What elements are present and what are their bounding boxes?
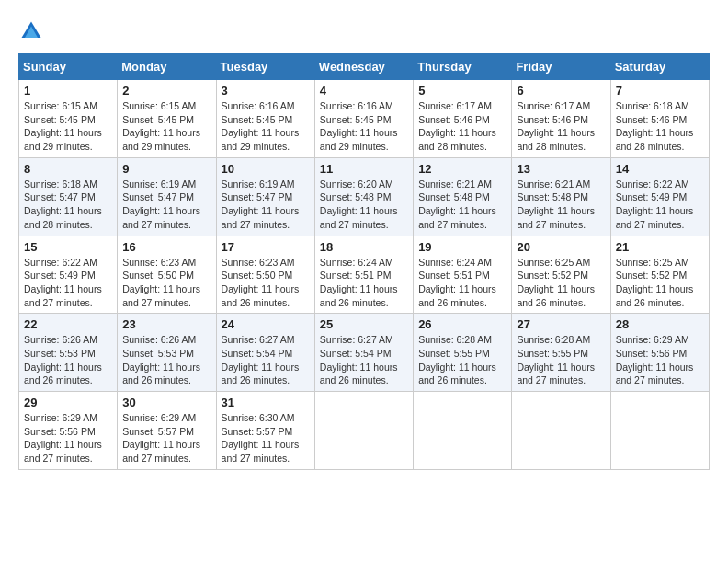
calendar-cell	[512, 392, 610, 470]
calendar-table: SundayMondayTuesdayWednesdayThursdayFrid…	[18, 53, 710, 470]
calendar-cell: 17 Sunrise: 6:23 AM Sunset: 5:50 PM Dayl…	[216, 236, 314, 314]
day-info: Sunrise: 6:26 AM Sunset: 5:53 PM Dayligh…	[24, 333, 112, 387]
calendar-cell: 19 Sunrise: 6:24 AM Sunset: 5:51 PM Dayl…	[414, 236, 512, 314]
calendar-cell: 14 Sunrise: 6:22 AM Sunset: 5:49 PM Dayl…	[610, 157, 709, 236]
calendar-cell: 20 Sunrise: 6:25 AM Sunset: 5:52 PM Dayl…	[512, 236, 610, 314]
day-info: Sunrise: 6:26 AM Sunset: 5:53 PM Dayligh…	[122, 333, 210, 387]
calendar-week-row: 8 Sunrise: 6:18 AM Sunset: 5:47 PM Dayli…	[19, 157, 710, 236]
day-number: 31	[222, 396, 310, 409]
day-info: Sunrise: 6:28 AM Sunset: 5:55 PM Dayligh…	[418, 333, 506, 387]
day-number: 24	[222, 317, 310, 331]
day-number: 29	[24, 396, 112, 409]
day-info: Sunrise: 6:15 AM Sunset: 5:45 PM Dayligh…	[122, 99, 210, 154]
calendar-cell: 16 Sunrise: 6:23 AM Sunset: 5:50 PM Dayl…	[118, 236, 216, 314]
day-number: 23	[122, 317, 210, 331]
calendar-header-row: SundayMondayTuesdayWednesdayThursdayFrid…	[19, 54, 710, 80]
day-info: Sunrise: 6:17 AM Sunset: 5:46 PM Dayligh…	[418, 99, 506, 154]
day-number: 25	[320, 317, 408, 331]
day-info: Sunrise: 6:27 AM Sunset: 5:54 PM Dayligh…	[222, 333, 310, 387]
calendar-cell	[414, 392, 512, 470]
day-number: 15	[24, 240, 112, 254]
day-number: 16	[122, 240, 210, 254]
calendar-cell	[610, 392, 709, 470]
day-info: Sunrise: 6:16 AM Sunset: 5:45 PM Dayligh…	[320, 99, 408, 154]
calendar-cell: 10 Sunrise: 6:19 AM Sunset: 5:47 PM Dayl…	[216, 157, 314, 236]
day-number: 20	[517, 240, 605, 254]
calendar-week-row: 29 Sunrise: 6:29 AM Sunset: 5:56 PM Dayl…	[19, 392, 710, 470]
calendar-cell: 30 Sunrise: 6:29 AM Sunset: 5:57 PM Dayl…	[118, 392, 216, 470]
calendar-cell: 18 Sunrise: 6:24 AM Sunset: 5:51 PM Dayl…	[314, 236, 413, 314]
day-info: Sunrise: 6:23 AM Sunset: 5:50 PM Dayligh…	[122, 256, 210, 310]
day-of-week-header: Monday	[118, 54, 216, 80]
day-number: 3	[222, 84, 310, 98]
calendar-cell: 8 Sunrise: 6:18 AM Sunset: 5:47 PM Dayli…	[19, 157, 118, 236]
day-number: 6	[517, 84, 605, 98]
day-number: 22	[24, 317, 112, 331]
day-of-week-header: Sunday	[19, 54, 118, 80]
logo	[18, 18, 48, 44]
day-info: Sunrise: 6:18 AM Sunset: 5:46 PM Dayligh…	[616, 99, 704, 154]
day-info: Sunrise: 6:21 AM Sunset: 5:48 PM Dayligh…	[517, 178, 605, 232]
calendar-week-row: 1 Sunrise: 6:15 AM Sunset: 5:45 PM Dayli…	[19, 80, 710, 158]
day-info: Sunrise: 6:15 AM Sunset: 5:45 PM Dayligh…	[24, 99, 112, 154]
day-number: 21	[616, 240, 704, 254]
day-number: 17	[222, 240, 310, 254]
day-of-week-header: Tuesday	[216, 54, 314, 80]
calendar-cell: 22 Sunrise: 6:26 AM Sunset: 5:53 PM Dayl…	[19, 314, 118, 392]
calendar-cell: 9 Sunrise: 6:19 AM Sunset: 5:47 PM Dayli…	[118, 157, 216, 236]
day-info: Sunrise: 6:29 AM Sunset: 5:57 PM Dayligh…	[122, 411, 210, 465]
day-info: Sunrise: 6:23 AM Sunset: 5:50 PM Dayligh…	[222, 256, 310, 310]
calendar-cell: 6 Sunrise: 6:17 AM Sunset: 5:46 PM Dayli…	[512, 80, 610, 158]
page-header	[18, 18, 710, 44]
day-number: 1	[24, 84, 112, 98]
day-info: Sunrise: 6:20 AM Sunset: 5:48 PM Dayligh…	[320, 178, 408, 232]
calendar-cell: 3 Sunrise: 6:16 AM Sunset: 5:45 PM Dayli…	[216, 80, 314, 158]
logo-icon	[18, 18, 44, 44]
day-number: 4	[320, 84, 408, 98]
calendar-cell: 2 Sunrise: 6:15 AM Sunset: 5:45 PM Dayli…	[118, 80, 216, 158]
calendar-cell: 23 Sunrise: 6:26 AM Sunset: 5:53 PM Dayl…	[118, 314, 216, 392]
day-of-week-header: Thursday	[414, 54, 512, 80]
day-info: Sunrise: 6:29 AM Sunset: 5:56 PM Dayligh…	[24, 411, 112, 465]
calendar-week-row: 22 Sunrise: 6:26 AM Sunset: 5:53 PM Dayl…	[19, 314, 710, 392]
day-info: Sunrise: 6:19 AM Sunset: 5:47 PM Dayligh…	[122, 178, 210, 232]
day-info: Sunrise: 6:24 AM Sunset: 5:51 PM Dayligh…	[418, 256, 506, 310]
day-number: 7	[616, 84, 704, 98]
day-number: 10	[222, 162, 310, 176]
calendar-cell: 29 Sunrise: 6:29 AM Sunset: 5:56 PM Dayl…	[19, 392, 118, 470]
day-number: 28	[616, 317, 704, 331]
day-info: Sunrise: 6:21 AM Sunset: 5:48 PM Dayligh…	[418, 178, 506, 232]
day-number: 14	[616, 162, 704, 176]
day-number: 9	[122, 162, 210, 176]
day-number: 11	[320, 162, 408, 176]
day-of-week-header: Saturday	[610, 54, 709, 80]
day-number: 30	[122, 396, 210, 409]
day-number: 13	[517, 162, 605, 176]
calendar-cell: 24 Sunrise: 6:27 AM Sunset: 5:54 PM Dayl…	[216, 314, 314, 392]
day-number: 8	[24, 162, 112, 176]
calendar-cell: 28 Sunrise: 6:29 AM Sunset: 5:56 PM Dayl…	[610, 314, 709, 392]
day-number: 5	[418, 84, 506, 98]
day-info: Sunrise: 6:29 AM Sunset: 5:56 PM Dayligh…	[616, 333, 704, 387]
day-info: Sunrise: 6:24 AM Sunset: 5:51 PM Dayligh…	[320, 256, 408, 310]
calendar-cell: 25 Sunrise: 6:27 AM Sunset: 5:54 PM Dayl…	[314, 314, 413, 392]
day-info: Sunrise: 6:22 AM Sunset: 5:49 PM Dayligh…	[616, 178, 704, 232]
calendar-cell: 1 Sunrise: 6:15 AM Sunset: 5:45 PM Dayli…	[19, 80, 118, 158]
day-of-week-header: Wednesday	[314, 54, 413, 80]
calendar-cell	[314, 392, 413, 470]
day-of-week-header: Friday	[512, 54, 610, 80]
calendar-cell: 12 Sunrise: 6:21 AM Sunset: 5:48 PM Dayl…	[414, 157, 512, 236]
day-info: Sunrise: 6:30 AM Sunset: 5:57 PM Dayligh…	[222, 411, 310, 465]
calendar-cell: 13 Sunrise: 6:21 AM Sunset: 5:48 PM Dayl…	[512, 157, 610, 236]
day-number: 19	[418, 240, 506, 254]
calendar-cell: 21 Sunrise: 6:25 AM Sunset: 5:52 PM Dayl…	[610, 236, 709, 314]
day-info: Sunrise: 6:16 AM Sunset: 5:45 PM Dayligh…	[222, 99, 310, 154]
calendar-cell: 5 Sunrise: 6:17 AM Sunset: 5:46 PM Dayli…	[414, 80, 512, 158]
day-info: Sunrise: 6:19 AM Sunset: 5:47 PM Dayligh…	[222, 178, 310, 232]
day-info: Sunrise: 6:27 AM Sunset: 5:54 PM Dayligh…	[320, 333, 408, 387]
day-info: Sunrise: 6:25 AM Sunset: 5:52 PM Dayligh…	[517, 256, 605, 310]
day-number: 27	[517, 317, 605, 331]
calendar-cell: 11 Sunrise: 6:20 AM Sunset: 5:48 PM Dayl…	[314, 157, 413, 236]
day-info: Sunrise: 6:28 AM Sunset: 5:55 PM Dayligh…	[517, 333, 605, 387]
calendar-cell: 31 Sunrise: 6:30 AM Sunset: 5:57 PM Dayl…	[216, 392, 314, 470]
